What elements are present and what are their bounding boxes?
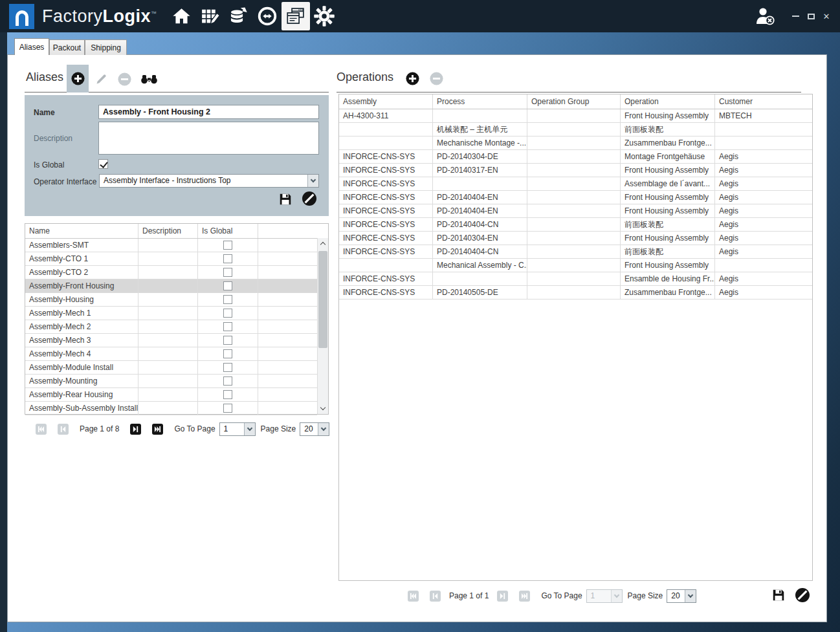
prev-page-button[interactable] (430, 591, 441, 602)
operation-table-row[interactable]: Mechanische Montage -... Zusammenbau Fro… (339, 136, 812, 150)
alias-is-global-cell (198, 375, 258, 387)
alias-table-row[interactable]: Assembly-Mech 2 (25, 320, 317, 334)
alias-table-row[interactable]: Assemblers-SMT (25, 239, 317, 252)
combo-dropdown-button[interactable] (318, 423, 329, 435)
is-global-checkbox[interactable] (223, 363, 232, 372)
alias-table-row[interactable]: Assembly-Mech 1 (25, 307, 317, 320)
go-to-page-combo[interactable]: 1 (586, 589, 623, 603)
scrollbar-thumb[interactable] (318, 251, 327, 348)
last-page-button[interactable] (519, 591, 530, 602)
customer-cell (715, 123, 812, 136)
col-description: Description (138, 224, 198, 238)
operation-table-row[interactable]: 机械装配 – 主机单元 前面板装配 (339, 123, 812, 136)
combo-dropdown-button[interactable] (307, 175, 318, 187)
alias-edit-button[interactable] (94, 72, 108, 86)
operation-table-row[interactable]: INFORCE-CNS-SYS PD-20140304-DE Montage F… (339, 150, 812, 164)
alias-table-row[interactable]: Assembly-Module Install (25, 361, 317, 375)
alias-find-button[interactable] (140, 74, 158, 84)
page-size-combo[interactable]: 20 (300, 422, 329, 436)
is-global-checkbox[interactable] (223, 268, 232, 277)
is-global-checkbox[interactable] (223, 349, 232, 358)
nav-home-button[interactable] (168, 0, 196, 32)
operation-add-button[interactable] (405, 71, 420, 86)
minimize-button[interactable] (788, 6, 802, 26)
alias-table-row[interactable]: Assembly-CTO 2 (25, 266, 317, 279)
alias-table-row[interactable]: Assembly-Mech 3 (25, 334, 317, 347)
tab-aliases[interactable]: Aliases (14, 38, 49, 55)
close-button[interactable]: ✕ (819, 6, 834, 26)
go-to-page-combo[interactable]: 1 (219, 422, 256, 436)
is-global-checkbox[interactable] (223, 309, 232, 318)
alias-table-scrollbar[interactable] (317, 238, 328, 414)
operation-table-row[interactable]: INFORCE-CNS-SYS PD-20140404-EN Front Hou… (339, 191, 812, 204)
is-global-checkbox[interactable] (223, 241, 232, 250)
operation-delete-button[interactable] (429, 71, 444, 86)
alias-table-row[interactable]: Assembly-Rear Housing (25, 388, 317, 402)
tab-shipping[interactable]: Shipping (85, 39, 127, 55)
operations-cancel-button[interactable] (795, 587, 810, 603)
alias-add-button[interactable] (67, 65, 89, 93)
is-global-checkbox[interactable] (223, 295, 232, 304)
is-global-checkbox[interactable] (223, 281, 232, 290)
operations-save-button[interactable] (771, 588, 786, 602)
first-page-button[interactable] (36, 424, 47, 435)
alias-delete-button[interactable] (117, 72, 132, 87)
chevron-down-icon (613, 592, 619, 597)
nav-production-button[interactable] (253, 0, 282, 32)
alias-table-row[interactable]: Assembly-CTO 1 (25, 252, 317, 266)
combo-dropdown-button[interactable] (244, 423, 255, 435)
maximize-button[interactable] (804, 6, 818, 26)
name-input[interactable] (98, 105, 319, 119)
alias-table-row[interactable]: Assembly-Mounting (25, 375, 317, 388)
nav-settings-button[interactable] (310, 0, 338, 32)
is-global-checkbox[interactable] (223, 376, 232, 386)
description-input[interactable] (98, 122, 319, 155)
operation-table-row[interactable]: INFORCE-CNS-SYS PD-20140317-EN Front Hou… (339, 164, 812, 177)
operator-interface-combo[interactable]: Assembly Interface - Instructions Top (99, 174, 319, 188)
scrollbar-down-button[interactable] (318, 403, 328, 414)
user-logout-button[interactable] (755, 6, 777, 26)
window-controls: ✕ (788, 6, 834, 26)
operation-table-row[interactable]: Mechanical Assembly - C... Front Housing… (339, 259, 812, 272)
alias-table-row[interactable]: Assembly-Mech 4 (25, 347, 317, 361)
nav-documents-button[interactable] (282, 2, 310, 30)
is-global-checkbox[interactable] (223, 336, 232, 345)
tab-packout[interactable]: Packout (49, 39, 85, 55)
is-global-checkbox[interactable] (223, 390, 232, 399)
alias-description-cell (138, 320, 198, 333)
is-global-checkbox[interactable] (223, 404, 232, 413)
is-global-checkbox[interactable] (98, 159, 108, 169)
alias-cancel-button[interactable] (302, 191, 317, 206)
operation-cell: Ensamble de Housing Fr... (621, 272, 715, 285)
scrollbar-up-button[interactable] (318, 238, 328, 249)
operation-table-row[interactable]: AH-4300-311 Front Housing Assembly MBTEC… (339, 109, 812, 123)
nav-materials-button[interactable] (225, 0, 253, 32)
first-page-button[interactable] (408, 591, 419, 602)
customer-cell: Aegis (715, 150, 812, 163)
next-page-button[interactable] (130, 424, 141, 435)
alias-save-button[interactable] (278, 192, 293, 206)
is-global-checkbox[interactable] (223, 322, 232, 331)
alias-description-cell (138, 307, 198, 320)
operation-table-row[interactable]: INFORCE-CNS-SYS Assemblage de l´avant...… (339, 177, 812, 191)
col-customer: Customer (715, 94, 812, 109)
next-page-button[interactable] (497, 591, 508, 602)
operation-table-row[interactable]: INFORCE-CNS-SYS PD-20140505-DE Zusammenb… (339, 286, 812, 300)
operation-table-row[interactable]: INFORCE-CNS-SYS Ensamble de Housing Fr..… (339, 272, 812, 286)
alias-table-row[interactable]: Assembly-Front Housing (25, 279, 317, 293)
operation-table-row[interactable]: INFORCE-CNS-SYS PD-20140404-CN 前面板装配 Aeg… (339, 245, 812, 259)
page-size-combo[interactable]: 20 (667, 589, 696, 603)
is-global-checkbox[interactable] (223, 254, 232, 263)
last-page-button[interactable] (152, 424, 163, 435)
operation-table-row[interactable]: INFORCE-CNS-SYS PD-20140304-EN Front Hou… (339, 232, 812, 245)
prev-page-button[interactable] (58, 424, 69, 435)
col-name: Name (25, 224, 138, 238)
save-floppy-icon (278, 192, 293, 206)
nav-planning-button[interactable] (196, 0, 225, 32)
col-process: Process (433, 94, 527, 109)
operation-table-row[interactable]: INFORCE-CNS-SYS PD-20140404-CN 前面板装配 Aeg… (339, 218, 812, 232)
operation-table-row[interactable]: INFORCE-CNS-SYS PD-20140404-EN Front Hou… (339, 204, 812, 218)
alias-table-row[interactable]: Assembly-Sub-Assembly Install (25, 402, 317, 415)
alias-table-row[interactable]: Assembly-Housing (25, 293, 317, 307)
combo-dropdown-button[interactable] (685, 590, 696, 602)
